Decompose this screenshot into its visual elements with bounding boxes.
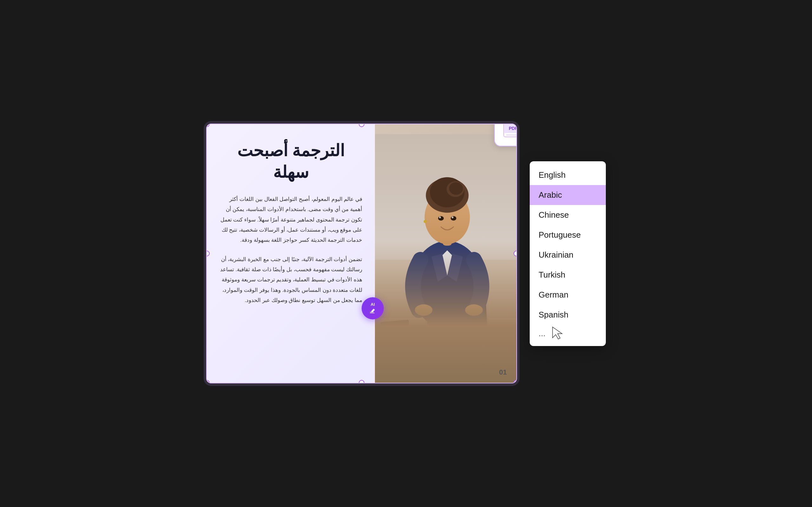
- lang-item-ukrainian[interactable]: Ukrainian: [530, 245, 606, 265]
- edit-icon: [369, 307, 376, 315]
- ai-label: AI: [371, 302, 375, 307]
- ai-button-inner: AI: [369, 302, 376, 315]
- svg-point-23: [438, 216, 444, 221]
- svg-rect-4: [380, 320, 410, 341]
- svg-rect-7: [455, 320, 466, 341]
- lang-item-chinese[interactable]: Chinese: [530, 205, 606, 225]
- svg-text:PDF: PDF: [509, 126, 517, 131]
- svg-rect-5: [409, 322, 445, 347]
- language-dropdown: English Arabic Chinese Portuguese Ukrain…: [530, 161, 606, 346]
- left-panel: الترجمة أصبحت سهلة في عالم اليوم المعولم…: [207, 124, 375, 383]
- document-card: الترجمة أصبحت سهلة في عالم اليوم المعولم…: [206, 124, 517, 383]
- right-panel: 01: [375, 124, 516, 383]
- pdf-icon: PDF: [501, 124, 517, 140]
- svg-rect-2: [375, 316, 516, 379]
- svg-rect-39: [370, 313, 374, 314]
- svg-point-25: [439, 216, 441, 218]
- cursor-icon: [552, 326, 563, 340]
- lang-item-english[interactable]: English: [530, 165, 606, 185]
- svg-marker-15: [447, 253, 463, 282]
- lang-item-portuguese[interactable]: Portuguese: [530, 225, 606, 245]
- svg-point-28: [415, 304, 433, 316]
- svg-point-29: [465, 304, 483, 316]
- pdf-icon-container[interactable]: PDF: [494, 124, 517, 147]
- main-container: الترجمة أصبحت سهلة في عالم اليوم المعولم…: [206, 124, 606, 383]
- svg-marker-16: [443, 250, 452, 275]
- svg-point-27: [424, 220, 427, 223]
- svg-point-24: [451, 216, 456, 221]
- lang-item-turkish[interactable]: Turkish: [530, 265, 606, 285]
- svg-rect-10: [426, 294, 488, 335]
- svg-point-13: [411, 241, 484, 329]
- handle-bottom-center[interactable]: [359, 380, 364, 383]
- svg-point-26: [452, 216, 454, 218]
- person-svg: [375, 124, 516, 383]
- lang-item-arabic[interactable]: Arabic: [530, 185, 606, 205]
- svg-rect-3: [375, 316, 516, 318]
- lang-item-german[interactable]: German: [530, 285, 606, 305]
- handle-middle-right[interactable]: [513, 250, 517, 257]
- page-number: 01: [499, 368, 507, 377]
- lang-more-indicator: ...: [530, 325, 606, 342]
- ai-button[interactable]: AI: [362, 297, 384, 320]
- svg-point-22: [449, 182, 463, 195]
- svg-marker-40: [553, 327, 562, 339]
- arabic-title: الترجمة أصبحت سهلة: [219, 140, 362, 183]
- svg-rect-8: [469, 323, 477, 348]
- handle-bottom-right[interactable]: [513, 380, 517, 383]
- svg-rect-9: [424, 293, 489, 337]
- arabic-paragraph-2: تضمن أدوات الترجمة الآلية، جنبًا إلى جنب…: [219, 255, 362, 305]
- svg-marker-14: [432, 253, 447, 282]
- svg-rect-12: [422, 332, 491, 339]
- lang-item-spanish[interactable]: Spanish: [530, 305, 606, 325]
- svg-rect-6: [410, 323, 443, 345]
- arabic-paragraph-1: في عالم اليوم المعولم، أصبح التواصل الفع…: [219, 194, 362, 245]
- svg-rect-11: [427, 295, 487, 334]
- person-image: [375, 124, 516, 383]
